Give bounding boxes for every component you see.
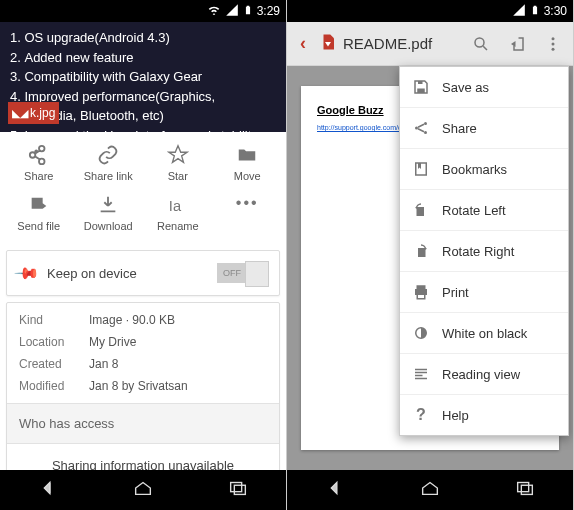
document-area[interactable]: Google Buzz http://support.google.com/dr… [287,66,573,470]
created-value: Jan 8 [89,357,267,371]
back-nav[interactable] [324,477,346,503]
menu-bookmarks[interactable]: Bookmarks [400,149,568,190]
share-button[interactable]: Share [4,140,74,186]
pdf-icon [319,33,339,55]
recent-nav[interactable] [514,477,536,503]
overflow-button[interactable] [537,35,569,53]
menu-saveas[interactable]: Save as [400,67,568,108]
overflow-menu: Save as Share Bookmarks Rotate Left Rota… [399,66,569,436]
menu-rotleft-label: Rotate Left [442,203,506,218]
star-label: Star [168,170,188,182]
file-thumbnail[interactable]: ◣◢ k.jpg [8,102,59,124]
menu-reading-label: Reading view [442,367,520,382]
svg-point-4 [475,38,484,47]
menu-share-label: Share [442,121,477,136]
background-changelog: OS upgrade(Android 4.3) Added new featur… [0,22,286,132]
svg-point-0 [34,150,38,154]
home-nav[interactable] [132,477,154,503]
svg-point-10 [415,127,418,130]
menu-print[interactable]: Print [400,272,568,313]
navbar-left [0,470,286,510]
svg-rect-9 [418,81,423,84]
back-nav[interactable] [37,477,59,503]
kind-key: Kind [19,313,89,327]
more-button[interactable]: ••• [213,190,283,236]
pin-icon: 📌 [13,259,41,287]
statusbar-right: 3:30 [287,0,573,22]
meta-card: KindImage · 90.0 KB LocationMy Drive Cre… [6,302,280,488]
menu-saveas-label: Save as [442,80,489,95]
keep-label: Keep on device [47,266,207,281]
star-button[interactable]: Star [143,140,213,186]
download-button[interactable]: Download [74,190,144,236]
svg-point-12 [424,131,427,134]
image-icon: ◣◢ [12,105,28,122]
menu-print-label: Print [442,285,469,300]
navbar-right [287,470,573,510]
kind-value: Image · 90.0 KB [89,313,267,327]
svg-rect-15 [418,248,426,257]
changelog-item: Compatibility with Galaxy Gear [10,67,276,87]
svg-rect-2 [231,483,242,492]
changelog-item: Added new feature [10,48,276,68]
svg-rect-21 [522,485,533,494]
pdf-topbar: ‹ README.pdf [287,22,573,66]
sharelink-button[interactable]: Share link [74,140,144,186]
location-key: Location [19,335,89,349]
clock-right: 3:30 [544,4,567,18]
dots-icon: ••• [236,194,259,212]
move-button[interactable]: Move [213,140,283,186]
menu-rotate-right[interactable]: Rotate Right [400,231,568,272]
modified-key: Modified [19,379,89,393]
menu-help[interactable]: ?Help [400,395,568,435]
openin-button[interactable] [501,35,533,53]
download-label: Download [84,220,133,232]
move-label: Move [234,170,261,182]
clock-left: 3:29 [257,4,280,18]
keep-card: 📌 Keep on device OFF [6,250,280,296]
back-button[interactable]: ‹ [291,33,315,54]
battery-icon [243,3,253,20]
svg-point-5 [552,37,555,40]
battery-icon [530,3,540,20]
menu-share[interactable]: Share [400,108,568,149]
changelog-item: OS upgrade(Android 4.3) [10,28,276,48]
share-label: Share [24,170,53,182]
svg-rect-16 [417,285,426,289]
keep-toggle[interactable]: OFF [217,263,269,283]
created-key: Created [19,357,89,371]
file-name: k.jpg [30,104,55,122]
menu-bookmarks-label: Bookmarks [442,162,507,177]
rename-button[interactable]: IaRename [143,190,213,236]
svg-point-11 [424,122,427,125]
help-icon: ? [412,406,430,424]
action-row-2: Send file Download IaRename ••• [0,190,286,244]
svg-rect-20 [518,483,529,492]
menu-help-label: Help [442,408,469,423]
location-value: My Drive [89,335,267,349]
sendfile-label: Send file [17,220,60,232]
menu-white-on-black[interactable]: White on black [400,313,568,354]
changelog-item: Improved the User Interface and stabilit… [10,126,276,146]
menu-rotate-left[interactable]: Rotate Left [400,190,568,231]
menu-whiteblack-label: White on black [442,326,527,341]
recent-nav[interactable] [227,477,249,503]
signal-icon [225,3,239,20]
svg-rect-3 [235,485,246,494]
menu-reading-view[interactable]: Reading view [400,354,568,395]
wifi-icon [207,3,221,20]
rename-label: Rename [157,220,199,232]
svg-point-7 [552,47,555,50]
search-button[interactable] [465,35,497,53]
svg-rect-8 [417,89,425,94]
sendfile-button[interactable]: Send file [4,190,74,236]
svg-point-6 [552,42,555,45]
home-nav[interactable] [419,477,441,503]
right-phone: 3:30 ‹ README.pdf Google Buzz http://sup… [287,0,574,510]
modified-value: Jan 8 by Srivatsan [89,379,267,393]
svg-text:Ia: Ia [169,198,182,214]
access-header: Who has access [7,403,279,444]
signal-icon [512,3,526,20]
sharelink-label: Share link [84,170,133,182]
toggle-value: OFF [223,268,241,278]
